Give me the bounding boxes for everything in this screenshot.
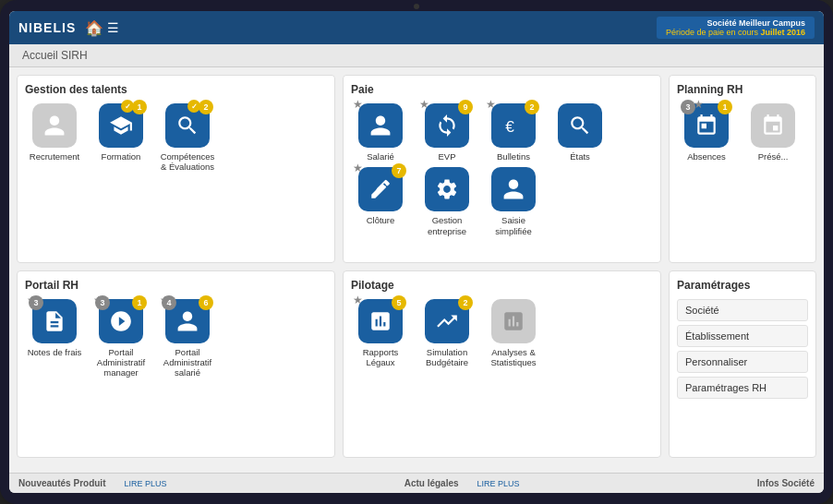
param-etablissement[interactable]: Établissement (677, 325, 808, 347)
saisie-icon (491, 167, 536, 211)
competences-check-badge: ✓ (187, 100, 200, 113)
etats-label: États (570, 151, 590, 162)
gestion-entreprise-icon (425, 167, 469, 211)
etats-icon (558, 103, 602, 148)
period-label: Période de paie en cours Juillet 2016 (666, 28, 805, 37)
portail-salarie-star: ★ (160, 294, 170, 306)
section-planning: Planning RH 1 3 ★ Absences (669, 75, 816, 263)
list-item[interactable]: 1 3 ★ Absences (677, 103, 736, 162)
salarie-label: Salarié (367, 151, 394, 162)
param-personnaliser[interactable]: Personnaliser (677, 351, 808, 373)
home-icon[interactable]: 🏠 (85, 19, 103, 37)
notes-star: ★ (27, 294, 37, 306)
absences-star: ★ (694, 98, 704, 111)
formation-label: Formation (102, 151, 141, 162)
section-gestion: Gestion des talents Recrutement (17, 75, 335, 263)
notes-label: Notes de frais (28, 347, 82, 357)
societe-label: Société Meilleur Campus (666, 18, 805, 28)
presence-label: Présé... (758, 151, 789, 162)
list-item[interactable]: Analyses & Statistiques (484, 299, 543, 368)
menu-icon[interactable]: ☰ (107, 20, 119, 35)
competences-icon-wrapper: 2 ✓ (165, 103, 210, 148)
topbar: NIBELIS 🏠 ☰ Société Meilleur Campus Péri… (9, 11, 824, 44)
parametrages-title: Paramétrages (677, 279, 808, 292)
analyses-label: Analyses & Statistiques (484, 347, 543, 368)
section-parametrages: Paramétrages Société Établissement Perso… (669, 270, 816, 459)
gestion-title: Gestion des talents (25, 83, 327, 96)
recrutement-icon-wrapper (32, 103, 77, 148)
list-item[interactable]: € 2 ★ Bulletins (484, 103, 543, 162)
presence-icon (751, 103, 795, 148)
gestion-entreprise-label: Gestion entreprise (417, 215, 477, 236)
portail-manager-star: ★ (93, 294, 103, 306)
list-item[interactable]: 9 ★ EVP (417, 103, 477, 162)
formation-icon-wrapper: 1 ✓ (99, 103, 143, 148)
salarie-icon (358, 103, 403, 148)
paie-row-1: ★ Salarié 9 ★ (351, 103, 653, 162)
gestion-icon-grid: Recrutement 1 ✓ Formation (25, 103, 327, 173)
list-item[interactable]: États (550, 103, 610, 162)
list-item[interactable]: Recrutement (25, 103, 84, 173)
camera-notch (414, 4, 419, 9)
absences-badge-yellow: 1 (718, 100, 732, 114)
list-item[interactable]: 1 ✓ Formation (91, 103, 151, 173)
bottom-section-1: Nouveautés Produit (18, 478, 105, 488)
bottom-link-2[interactable]: LIRE PLUS (477, 479, 520, 488)
list-item[interactable]: 2 ✓ Compétences & Évaluations (158, 103, 217, 173)
evp-badge: 9 (458, 100, 473, 114)
list-item[interactable]: 2 Simulation Budgétaire (417, 299, 477, 368)
param-societe[interactable]: Société (677, 299, 808, 321)
rapports-label: Rapports Légaux (351, 347, 410, 368)
pilotage-icon-grid: 5 ★ Rapports Légaux 2 Simulat (351, 299, 653, 368)
list-item[interactable]: Saisie simplifiée (484, 167, 543, 236)
bulletins-label: Bulletins (497, 151, 530, 162)
list-item[interactable]: 1 3 ★ Portail Administratif manager (91, 299, 151, 378)
paie-row-2: 7 ★ Clôture Gestion (351, 167, 653, 236)
list-item[interactable]: Gestion entreprise (417, 167, 477, 236)
list-item[interactable]: 5 ★ Rapports Légaux (351, 299, 410, 368)
list-item[interactable]: 6 4 ★ Portail Administratif salarié (158, 299, 217, 378)
main-content: Gestion des talents Recrutement (9, 67, 824, 473)
analyses-icon (491, 299, 536, 343)
cloture-label: Clôture (367, 215, 395, 225)
param-parametrages-rh[interactable]: Paramétrages RH (677, 377, 808, 399)
tablet-frame: NIBELIS 🏠 ☰ Société Meilleur Campus Péri… (0, 0, 833, 504)
bottom-section-3: Infos Société (757, 478, 815, 488)
parametrages-list: Société Établissement Personnaliser Para… (677, 299, 808, 399)
bottom-section-2: Actu légales (404, 478, 459, 488)
rapports-star: ★ (353, 294, 363, 306)
cloture-star: ★ (353, 162, 363, 174)
cloture-badge: 7 (392, 163, 406, 178)
section-portail: Portail RH 3 ★ Notes de frais (17, 270, 335, 459)
planning-grid: 1 3 ★ Absences Présé... (677, 103, 808, 162)
pilotage-title: Pilotage (351, 279, 653, 292)
list-item[interactable]: 7 ★ Clôture (351, 167, 410, 236)
portail-icon-grid: 3 ★ Notes de frais 1 3 ★ (25, 299, 327, 378)
bulletins-badge: 2 (525, 100, 539, 114)
topbar-right: Société Meilleur Campus Période de paie … (657, 17, 815, 39)
app-logo: NIBELIS (18, 20, 76, 35)
portail-manager-label: Portail Administratif manager (91, 347, 151, 378)
portail-salarie-label: Portail Administratif salarié (158, 347, 217, 378)
list-item[interactable]: Présé... (743, 103, 803, 162)
simulation-label: Simulation Budgétaire (417, 347, 477, 368)
list-item[interactable]: 3 ★ Notes de frais (25, 299, 84, 378)
bottom-link-1[interactable]: LIRE PLUS (124, 479, 166, 488)
portail-salarie-badge-yellow: 6 (199, 295, 213, 310)
salarie-star: ★ (353, 98, 363, 111)
rapports-badge: 5 (392, 295, 406, 310)
svg-text:€: € (505, 117, 514, 136)
portail-manager-badge-yellow: 1 (132, 295, 147, 310)
evp-label: EVP (438, 151, 455, 162)
competences-label: Compétences & Évaluations (158, 151, 217, 173)
simulation-badge: 2 (458, 295, 473, 310)
saisie-label: Saisie simplifiée (484, 215, 543, 236)
breadcrumb: Accueil SIRH (9, 44, 824, 67)
bulletins-star: ★ (486, 98, 496, 111)
paie-title: Paie (351, 83, 653, 96)
formation-badge-yellow: 1 (132, 100, 147, 114)
tablet-screen: NIBELIS 🏠 ☰ Société Meilleur Campus Péri… (9, 11, 824, 493)
list-item[interactable]: ★ Salarié (351, 103, 410, 162)
recrutement-icon (32, 103, 77, 148)
recrutement-label: Recrutement (30, 151, 79, 162)
